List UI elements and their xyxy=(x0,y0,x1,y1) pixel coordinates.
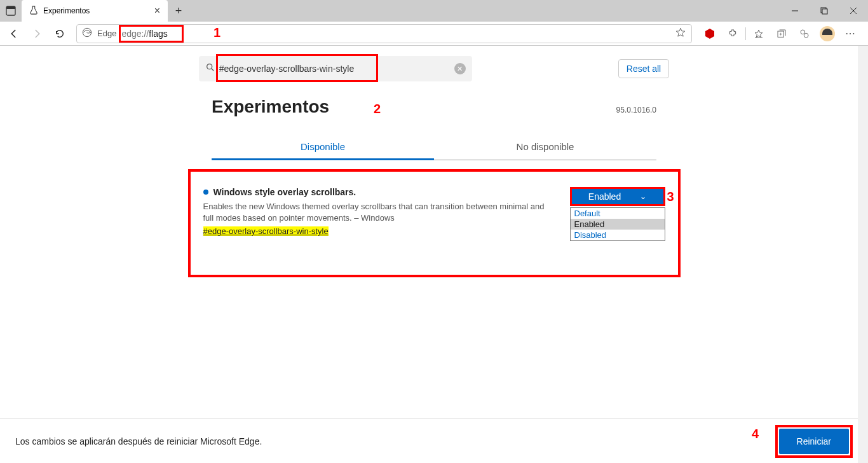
close-tab-icon[interactable]: × xyxy=(154,5,160,17)
close-window-button[interactable] xyxy=(839,0,868,22)
restart-bar: Los cambios se aplicarán después de rein… xyxy=(0,418,868,463)
page-title: Experimentos xyxy=(212,97,329,117)
option-default[interactable]: Default xyxy=(571,208,665,219)
clear-search-icon[interactable]: ✕ xyxy=(454,63,466,74)
flag-state-dropdown[interactable]: Enabled ⌄ xyxy=(570,187,665,206)
svg-point-13 xyxy=(801,30,805,34)
dropdown-options: Default Enabled Disabled xyxy=(570,207,665,241)
tab-title: Experimentos xyxy=(43,6,90,15)
performance-icon[interactable] xyxy=(793,24,816,44)
forward-button[interactable] xyxy=(27,24,47,44)
svg-point-14 xyxy=(804,33,808,38)
titlebar: Experimentos × + xyxy=(0,0,868,22)
flag-status-dot xyxy=(203,190,208,195)
restart-message: Los cambios se aplicarán después de rein… xyxy=(15,436,262,446)
site-identity: Edge xyxy=(97,29,116,38)
option-disabled[interactable]: Disabled xyxy=(571,230,665,240)
address-bar[interactable]: Edge edge://flags xyxy=(76,24,692,43)
option-enabled[interactable]: Enabled xyxy=(571,219,665,230)
browser-tab[interactable]: Experimentos × xyxy=(22,0,168,22)
annotation-box-2 xyxy=(216,54,378,82)
annotation-1: 1 xyxy=(214,25,220,40)
minimize-button[interactable] xyxy=(780,0,810,22)
flag-title: Windows style overlay scrollbars. xyxy=(214,187,356,197)
annotation-box-1 xyxy=(119,25,184,43)
flag-description: Enables the new Windows themed overlay s… xyxy=(203,201,557,224)
chevron-down-icon: ⌄ xyxy=(640,192,646,201)
restart-button[interactable]: Reiniciar xyxy=(779,429,849,454)
annotation-4: 4 xyxy=(752,427,759,441)
reset-all-button[interactable]: Reset all xyxy=(618,59,669,78)
svg-rect-1 xyxy=(6,6,15,9)
profile-avatar[interactable] xyxy=(816,24,839,44)
flag-hash-link[interactable]: #edge-overlay-scrollbars-win-style xyxy=(203,226,329,236)
maximize-button[interactable] xyxy=(810,0,839,22)
favorites-icon[interactable] xyxy=(747,24,770,44)
more-menu-icon[interactable]: ⋯ xyxy=(839,24,862,44)
window-controls xyxy=(780,0,868,22)
version-label: 95.0.1016.0 xyxy=(616,106,656,114)
scrollbar[interactable] xyxy=(858,46,868,463)
annotation-box-4: Reiniciar xyxy=(775,425,853,458)
tab-overview-icon[interactable] xyxy=(0,0,22,22)
page-content: ✕ Reset all 2 Experimentos 95.0.1016.0 D… xyxy=(0,46,868,277)
svg-marker-8 xyxy=(705,29,714,39)
back-button[interactable] xyxy=(4,24,24,44)
tab-unavailable[interactable]: No disponible xyxy=(434,135,656,160)
extensions-icon[interactable] xyxy=(721,24,744,44)
tabs: Disponible No disponible xyxy=(212,135,656,160)
search-icon xyxy=(205,62,215,75)
collections-icon[interactable] xyxy=(770,24,793,44)
flag-result-box: Windows style overlay scrollbars. Enable… xyxy=(188,169,681,277)
svg-rect-4 xyxy=(822,9,827,14)
reload-button[interactable] xyxy=(50,24,70,44)
flags-search-box[interactable]: ✕ xyxy=(199,56,472,81)
annotation-2: 2 xyxy=(374,102,381,116)
adblock-icon[interactable] xyxy=(698,24,721,44)
svg-point-15 xyxy=(207,64,212,69)
svg-line-16 xyxy=(212,69,214,71)
favorite-icon[interactable] xyxy=(675,27,686,41)
annotation-3: 3 xyxy=(667,190,674,204)
flask-icon xyxy=(29,6,38,17)
tab-available[interactable]: Disponible xyxy=(212,135,434,160)
toolbar: Edge edge://flags ⋯ xyxy=(0,22,868,46)
new-tab-button[interactable]: + xyxy=(168,0,189,22)
dropdown-selected: Enabled xyxy=(588,191,621,202)
edge-logo-icon xyxy=(82,27,92,40)
